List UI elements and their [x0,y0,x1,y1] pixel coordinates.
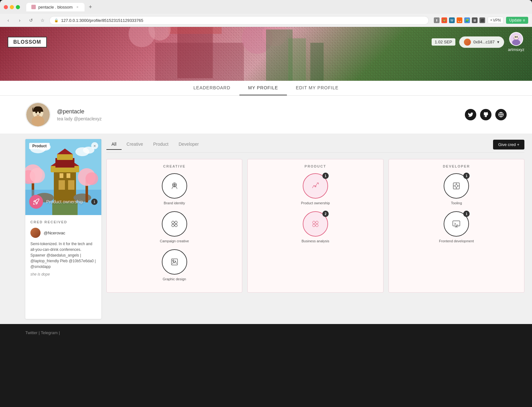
svg-point-64 [316,224,318,227]
profile-section: @pentacle tea lady @pentaclexyz [0,96,532,134]
graphic-design-icon [169,257,180,267]
tab-creative[interactable]: Creative [122,139,148,150]
metamask-icon[interactable]: 🦊 [457,17,462,23]
tab-product[interactable]: Product [148,139,174,150]
twitter-icon [468,112,473,118]
footer-twitter-link[interactable]: Twitter [25,330,37,335]
brand-identity-item: Brand identity [112,173,237,205]
svg-point-15 [515,36,516,38]
twitter-button[interactable] [465,109,476,120]
svg-point-63 [313,224,315,227]
frontend-development-icon [451,219,461,229]
nav-edit-profile[interactable]: EDIT MY PROFILE [287,81,347,95]
site-logo[interactable]: BLOSSOM [8,37,47,48]
tooling-circle: 1 [444,173,469,199]
svg-point-16 [516,36,518,38]
product-column: PRODUCT 1 Product ownership [247,159,383,293]
svg-point-21 [32,116,45,126]
cred-user: @Ncerovac [30,228,96,238]
product-ownership-item: 1 Product ownership [253,173,378,205]
svg-point-59 [172,260,174,262]
nav-my-profile[interactable]: MY PROFILE [239,81,287,95]
display-icon[interactable]: ⬛ [479,17,485,23]
minimize-traffic-light[interactable] [10,5,14,9]
frontend-development-count: 1 [463,211,470,217]
tab-all[interactable]: All [106,139,122,150]
tab-close-button[interactable]: × [75,5,79,9]
share-icon[interactable]: ⬆ [434,17,440,23]
tab-developer[interactable]: Developer [174,139,204,150]
svg-rect-39 [57,154,73,160]
profile-handle: @pentacle [57,108,102,115]
svg-point-14 [514,35,519,40]
globe-icon [498,112,504,118]
svg-point-13 [512,40,520,45]
browser-extensions: ⬆ 🦁 W 🦊 🧩 🖥 ⬛ [434,17,485,23]
frontend-development-circle: 1 [444,211,469,237]
graphic-design-item: Graphic design [112,249,237,281]
wordpress-icon[interactable]: W [449,17,455,23]
tab-title: pentacle . blossom [38,5,73,10]
product-ownership-icon [29,195,43,209]
forward-button[interactable]: › [15,16,24,25]
menu-icon: ≡ [523,18,525,22]
reload-button[interactable]: ↺ [27,16,35,25]
wallet-button[interactable]: 0x84...c187 ▾ [459,36,504,48]
creative-column-title: CREATIVE [112,164,237,168]
username-display: artmsxyz [508,47,524,52]
avatar-svg [510,32,522,46]
svg-point-57 [174,224,177,227]
cred-message: Semi-tokenized. In it for the tech and a… [30,241,96,270]
website-button[interactable] [495,109,507,120]
svg-rect-42 [68,180,74,190]
brave-icon[interactable]: 🦁 [441,17,447,23]
site-header: BLOSSOM 1.02 SEP 0x84...c187 ▾ [0,27,532,81]
card-skill-badge: 1 [91,199,98,205]
give-cred-button[interactable]: Give cred + [493,140,524,149]
cred-title: CRED RECEIVED [30,220,96,224]
main-content: Product × Product ownership 1 CRED RECEI… [0,134,532,324]
back-button[interactable]: ‹ [4,16,13,25]
tooling-count: 1 [463,173,470,179]
site-footer: Twitter | Telegram | [0,324,532,341]
fullscreen-traffic-light[interactable] [16,5,20,9]
github-button[interactable] [480,109,491,120]
product-column-title: PRODUCT [253,164,378,168]
rocket-icon [33,198,40,205]
brand-identity-circle [162,173,187,199]
puzzle-icon[interactable]: 🧩 [464,17,470,23]
monitor-icon[interactable]: 🖥 [472,17,478,23]
product-ownership-label: Product ownership [301,201,330,205]
header-right: 1.02 SEP 0x84...c187 ▾ [432,32,524,52]
browser-toolbar: ‹ › ↺ ☆ 🔒 127.0.0.1:3000/profile/8515231… [0,14,532,27]
bookmark-button[interactable]: ☆ [38,16,47,25]
footer-telegram-link[interactable]: Telegram [41,330,58,335]
header-user-info: artmsxyz [508,32,524,52]
close-traffic-light[interactable] [4,5,8,9]
card-image: Product × Product ownership 1 [25,139,101,215]
svg-point-70 [455,185,458,187]
tooling-item: 1 Tooling [394,173,519,205]
product-ownership-icon [310,181,320,191]
user-avatar-header[interactable] [509,32,523,46]
traffic-lights [4,5,20,9]
update-button[interactable]: Update ≡ [506,17,528,24]
frontend-development-label: Frontend development [439,239,474,243]
svg-rect-41 [59,180,65,190]
browser-tabs: pentacle . blossom × + [26,3,528,11]
nav-leaderboard[interactable]: LEADERBOARD [185,81,239,95]
new-tab-button[interactable]: + [86,3,95,11]
cred-quote: she is dope [30,272,96,277]
card-close-button[interactable]: × [91,142,98,149]
svg-point-60 [315,186,316,187]
brand-identity-icon [169,181,180,191]
profile-info: @pentacle tea lady @pentaclexyz [57,108,102,121]
vpn-badge[interactable]: • VPN [488,17,504,24]
right-panel: All Creative Product Developer Give cred… [101,134,532,324]
brand-identity-label: Brand identity [164,201,185,205]
lock-icon: 🔒 [54,18,59,22]
product-ownership-count: 1 [322,173,329,179]
address-bar[interactable]: 🔒 127.0.0.1:3000/profile/851523151129333… [49,16,429,25]
active-browser-tab[interactable]: pentacle . blossom × [26,3,85,11]
vpn-label: • VPN [491,18,501,22]
